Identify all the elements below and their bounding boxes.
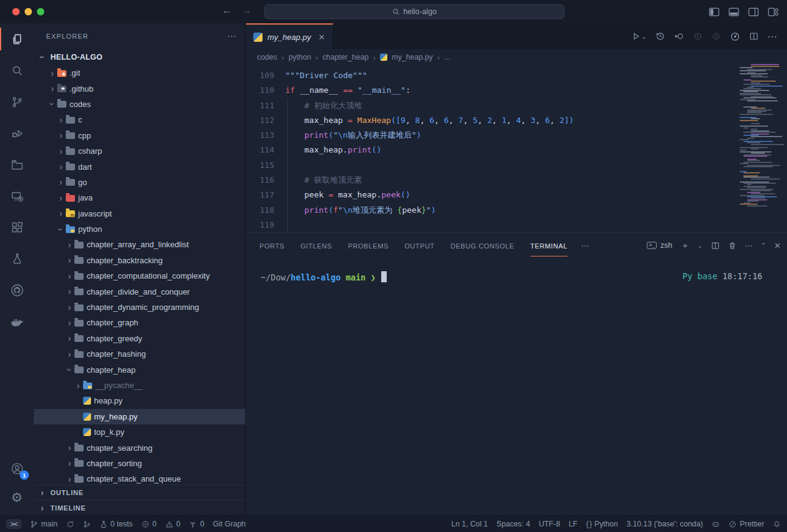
status-item-python-interpreter[interactable]: 3.10.13 ('base': conda) bbox=[627, 520, 703, 528]
tree-item-c[interactable]: ›c bbox=[34, 112, 245, 127]
minimize-window-button[interactable] bbox=[25, 8, 32, 15]
tree-item-.git[interactable]: ›.git bbox=[34, 65, 245, 81]
tree-item-chapter_heap[interactable]: ›chapter_heap bbox=[34, 362, 245, 377]
command-center-search[interactable]: hello-algo bbox=[264, 4, 564, 19]
tree-item-chapter_dynamic_programming[interactable]: ›chapter_dynamic_programming bbox=[34, 300, 245, 315]
activity-source-control[interactable] bbox=[0, 86, 34, 117]
terminal[interactable]: ~/Dow/hello-algo main ❯ Py base 18:17:16 bbox=[246, 258, 787, 282]
settings-button[interactable]: ⚙ bbox=[0, 483, 34, 510]
gitlens-graph-icon[interactable] bbox=[730, 31, 740, 42]
status-item-copilot[interactable] bbox=[711, 520, 720, 528]
close-panel-icon[interactable]: ✕ bbox=[774, 241, 781, 250]
activity-project-folder[interactable] bbox=[0, 149, 34, 180]
activity-docker[interactable] bbox=[0, 306, 34, 337]
next-change-icon[interactable] bbox=[711, 31, 721, 41]
tree-item-chapter_searching[interactable]: ›chapter_searching bbox=[34, 440, 245, 455]
tree-item-chapter_backtracking[interactable]: ›chapter_backtracking bbox=[34, 253, 245, 268]
panel-tab-ports[interactable]: PORTS bbox=[259, 235, 285, 256]
breadcrumb-item[interactable]: ... bbox=[444, 53, 450, 62]
run-python-file-button[interactable]: ⌄ bbox=[631, 31, 647, 41]
tree-item-python[interactable]: ›python bbox=[34, 221, 245, 237]
status-item-git-graph-icon-item[interactable] bbox=[83, 520, 91, 528]
toggle-sidebar-icon[interactable] bbox=[709, 7, 719, 17]
tree-item-java[interactable]: ›java bbox=[34, 190, 245, 205]
tree-item-chapter_graph[interactable]: ›chapter_graph bbox=[34, 315, 245, 330]
terminal-dropdown-icon[interactable]: ⌄ bbox=[697, 242, 702, 249]
kill-terminal-icon[interactable] bbox=[728, 241, 737, 250]
tree-item-cpp[interactable]: ›cpp bbox=[34, 128, 245, 143]
maximize-panel-icon[interactable]: ⌃ bbox=[761, 242, 766, 250]
panel-tab-gitlens[interactable]: GITLENS bbox=[301, 235, 332, 256]
activity-search[interactable] bbox=[0, 55, 34, 86]
status-item-errors[interactable]: 0 bbox=[141, 520, 157, 528]
toggle-panel-icon[interactable] bbox=[729, 7, 739, 17]
breadcrumb-item[interactable]: codes bbox=[257, 53, 277, 62]
tree-item-chapter_divide_and_conquer[interactable]: ›chapter_divide_and_conquer bbox=[34, 284, 245, 299]
tree-item-my_heap.py[interactable]: my_heap.py bbox=[34, 409, 245, 424]
status-item-sync-changes[interactable] bbox=[66, 520, 74, 528]
tree-item-.github[interactable]: ›.github bbox=[34, 81, 245, 96]
zoom-window-button[interactable] bbox=[37, 8, 44, 15]
status-item-language-mode[interactable]: { }Python bbox=[586, 520, 618, 528]
breadcrumb-item[interactable]: python bbox=[288, 53, 311, 62]
status-item-remote-indicator[interactable]: >< bbox=[6, 520, 22, 528]
breadcrumb-item[interactable]: my_heap.py bbox=[392, 53, 433, 62]
toggle-secondary-sidebar-icon[interactable] bbox=[748, 7, 759, 17]
navigate-forward-icon[interactable]: → bbox=[240, 5, 253, 16]
tree-item-dart[interactable]: ›dart bbox=[34, 159, 245, 174]
panel-tab-debug-console[interactable]: DEBUG CONSOLE bbox=[451, 235, 515, 256]
split-terminal-icon[interactable] bbox=[711, 241, 720, 250]
breadcrumb-item[interactable]: chapter_heap bbox=[322, 53, 368, 62]
activity-remote-explorer[interactable] bbox=[0, 180, 34, 212]
status-item-warnings[interactable]: 0 bbox=[165, 520, 181, 528]
status-item-indentation[interactable]: Spaces: 4 bbox=[496, 520, 530, 528]
file-history-icon[interactable] bbox=[674, 31, 684, 41]
panel-tab-problems[interactable]: PROBLEMS bbox=[348, 235, 389, 256]
status-item-encoding[interactable]: UTF-8 bbox=[539, 520, 560, 528]
editor-more-actions-icon[interactable]: ⋯ bbox=[767, 31, 777, 42]
status-item-git-branch[interactable]: main bbox=[30, 520, 58, 528]
panel-more-actions-icon[interactable]: ⋯ bbox=[745, 241, 753, 250]
panel-tab-terminal[interactable]: TERMINAL bbox=[531, 235, 568, 256]
tree-item-__pycache__[interactable]: ›__pycache__ bbox=[34, 378, 245, 393]
timeline-history-icon[interactable] bbox=[655, 31, 665, 41]
tree-item-codes[interactable]: ›codes bbox=[34, 97, 245, 112]
accounts-button[interactable]: 1 bbox=[0, 454, 34, 483]
customize-layout-icon[interactable] bbox=[768, 7, 778, 17]
close-window-button[interactable] bbox=[12, 8, 20, 15]
split-editor-icon[interactable] bbox=[749, 31, 759, 41]
outline-section[interactable]: › OUTLINE bbox=[34, 485, 245, 500]
terminal-shell-chip[interactable]: >_ zsh bbox=[647, 241, 672, 250]
status-item-eol[interactable]: LF bbox=[569, 520, 577, 528]
activity-testing[interactable] bbox=[0, 243, 34, 274]
status-item-cursor-position[interactable]: Ln 1, Col 1 bbox=[451, 520, 488, 528]
tree-item-javascript[interactable]: ›javascript bbox=[34, 206, 245, 221]
timeline-section[interactable]: › TIMELINE bbox=[34, 500, 245, 515]
navigate-back-icon[interactable]: ← bbox=[220, 5, 234, 16]
tree-item-csharp[interactable]: ›csharp bbox=[34, 143, 245, 159]
tree-item-top_k.py[interactable]: top_k.py bbox=[34, 424, 245, 440]
panel-tab-output[interactable]: OUTPUT bbox=[405, 235, 435, 256]
code-area[interactable]: 109"""Driver Code"""110if __name__ == "_… bbox=[246, 65, 787, 232]
tree-item-chapter_hashing[interactable]: ›chapter_hashing bbox=[34, 346, 245, 362]
tree-item-chapter_sorting[interactable]: ›chapter_sorting bbox=[34, 456, 245, 471]
prev-change-icon[interactable] bbox=[693, 31, 703, 41]
run-dropdown-icon[interactable]: ⌄ bbox=[642, 33, 647, 40]
tree-item-chapter_array_and_linkedlist[interactable]: ›chapter_array_and_linkedlist bbox=[34, 237, 245, 252]
tree-root[interactable]: › HELLO-ALGO bbox=[34, 49, 245, 65]
minimap[interactable] bbox=[738, 63, 783, 205]
panel-more-tabs-icon[interactable]: ⋯ bbox=[581, 240, 590, 250]
close-tab-icon[interactable]: ✕ bbox=[318, 33, 325, 42]
code-editor[interactable]: 109"""Driver Code"""110if __name__ == "_… bbox=[246, 65, 787, 232]
status-item-prettier[interactable]: Prettier bbox=[729, 520, 764, 528]
activity-explorer[interactable] bbox=[0, 23, 34, 55]
tree-item-heap.py[interactable]: heap.py bbox=[34, 393, 245, 408]
editor-tab-my-heap[interactable]: my_heap.py ✕ bbox=[246, 23, 333, 49]
status-item-test-results[interactable]: 0 tests bbox=[100, 520, 133, 528]
tree-item-chapter_computational_complexity[interactable]: ›chapter_computational_complexity bbox=[34, 268, 245, 284]
tree-item-chapter_greedy[interactable]: ›chapter_greedy bbox=[34, 331, 245, 346]
activity-run-debug[interactable] bbox=[0, 117, 34, 149]
activity-extensions[interactable] bbox=[0, 212, 34, 243]
activity-github[interactable] bbox=[0, 274, 34, 306]
status-item-forwarded-ports[interactable]: 0 bbox=[189, 520, 204, 528]
